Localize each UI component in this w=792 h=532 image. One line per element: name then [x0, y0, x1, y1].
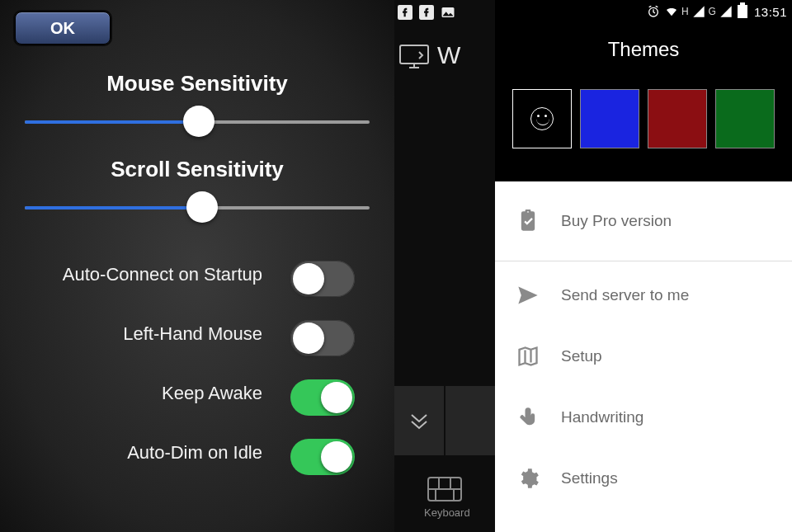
- menu-item-settings[interactable]: Settings: [495, 448, 792, 509]
- image-icon: [441, 5, 455, 20]
- scroll-sensitivity-heading: Scroll Sensitivity: [0, 157, 394, 182]
- mouse-sensitivity-heading: Mouse Sensitivity: [0, 71, 394, 97]
- auto-connect-label: Auto-Connect on Startup: [63, 264, 262, 285]
- touch-icon: [516, 406, 540, 429]
- svg-rect-3: [400, 45, 428, 64]
- wifi-icon: [665, 5, 678, 18]
- menu-label: Handwriting: [561, 408, 644, 426]
- svg-line-14: [656, 6, 658, 7]
- menu-label: Send server to me: [561, 286, 689, 304]
- network-type-2: G: [709, 6, 716, 17]
- left-hand-label: Left-Hand Mouse: [123, 323, 262, 345]
- keep-awake-row: Keep Awake: [0, 376, 394, 419]
- auto-connect-toggle[interactable]: [290, 261, 355, 297]
- theme-swatch-blue[interactable]: [580, 89, 639, 148]
- window-title-fragment: W: [437, 41, 460, 69]
- mouse-sensitivity-slider[interactable]: [25, 106, 370, 139]
- facebook-icon: [398, 5, 412, 20]
- signal-icon: [692, 5, 705, 18]
- menu-label: Settings: [561, 469, 618, 487]
- theme-swatch-row: [495, 89, 792, 148]
- auto-dim-toggle[interactable]: [290, 439, 355, 475]
- themes-header: Themes: [495, 23, 792, 181]
- battery-icon: [738, 5, 747, 18]
- svg-line-13: [649, 6, 652, 7]
- theme-swatch-green[interactable]: [715, 89, 775, 148]
- expand-button[interactable]: [394, 386, 444, 455]
- chevron-down-icon: [408, 410, 430, 431]
- network-type-1: H: [681, 6, 689, 17]
- keep-awake-label: Keep Awake: [162, 383, 262, 404]
- clock-text: 13:51: [754, 5, 787, 19]
- menu-separator: [495, 261, 792, 261]
- android-drawer-panel: H G 13:51 Themes Buy Pro version: [495, 0, 792, 532]
- menu-item-setup[interactable]: Setup: [495, 326, 792, 387]
- theme-swatch-black[interactable]: [512, 89, 572, 148]
- android-status-bar: H G 13:51: [495, 0, 792, 23]
- auto-connect-row: Auto-Connect on Startup: [0, 257, 394, 300]
- panel-button[interactable]: [446, 386, 495, 455]
- keep-awake-toggle[interactable]: [290, 379, 355, 416]
- drawer-menu: Buy Pro version Send server to me Setup …: [495, 181, 792, 509]
- keyboard-icon[interactable]: [427, 477, 462, 501]
- theme-swatch-red[interactable]: [648, 89, 707, 148]
- ok-button[interactable]: OK: [15, 12, 111, 45]
- clipboard-check-icon: [516, 210, 540, 233]
- menu-item-handwriting[interactable]: Handwriting: [495, 387, 792, 448]
- auto-dim-label: Auto-Dim on Idle: [127, 442, 262, 464]
- menu-item-send-server[interactable]: Send server to me: [495, 265, 792, 326]
- monitor-icon: [399, 45, 429, 69]
- keyboard-label: Keyboard: [424, 506, 470, 519]
- themes-title: Themes: [495, 23, 792, 61]
- menu-item-buy-pro[interactable]: Buy Pro version: [495, 181, 792, 261]
- alarm-icon: [647, 5, 660, 18]
- facebook-icon: [419, 5, 434, 20]
- background-app-sliver: W Keyboard: [394, 0, 495, 532]
- left-hand-toggle[interactable]: [290, 320, 355, 356]
- ios-settings-panel: OK Mouse Sensitivity Scroll Sensitivity …: [0, 0, 394, 532]
- slider-thumb[interactable]: [186, 191, 218, 223]
- scroll-sensitivity-slider[interactable]: [25, 191, 370, 224]
- send-icon: [516, 284, 540, 307]
- smiley-icon: [530, 107, 554, 130]
- slider-thumb[interactable]: [183, 106, 214, 137]
- auto-dim-row: Auto-Dim on Idle: [0, 435, 394, 478]
- signal-icon: [719, 5, 733, 18]
- gear-icon: [516, 467, 540, 490]
- menu-label: Buy Pro version: [561, 212, 672, 230]
- left-hand-row: Left-Hand Mouse: [0, 317, 394, 360]
- menu-label: Setup: [561, 347, 602, 365]
- map-icon: [516, 345, 540, 368]
